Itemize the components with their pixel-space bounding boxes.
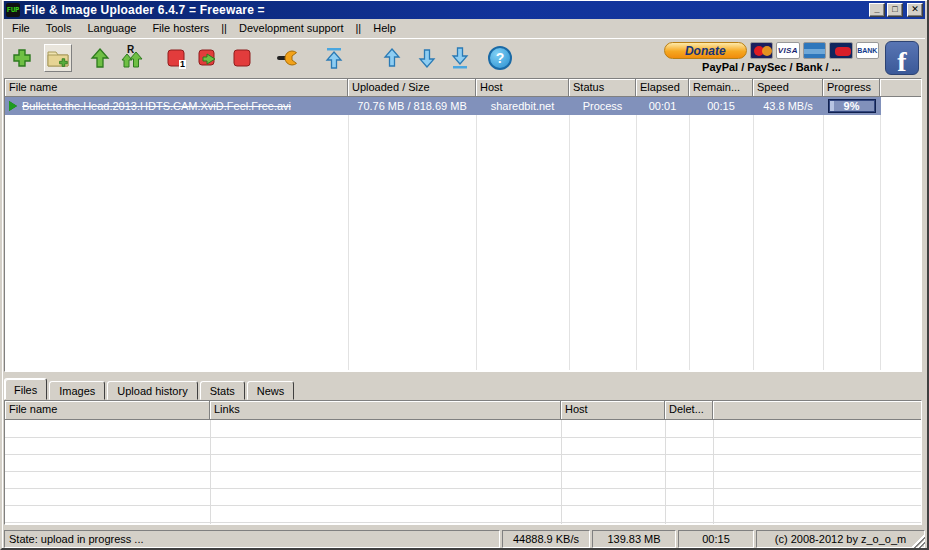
wrench-icon xyxy=(275,47,301,69)
gridline xyxy=(569,115,570,370)
column-header-links[interactable]: Links xyxy=(210,401,561,420)
add-folder-button[interactable] xyxy=(44,44,72,72)
column-header-host[interactable]: Host xyxy=(476,79,569,97)
close-button[interactable]: ✕ xyxy=(907,3,923,17)
stop-all-button[interactable] xyxy=(228,44,256,72)
tab-upload-history[interactable]: Upload history xyxy=(107,381,197,400)
stop-after-current-button[interactable]: 1 xyxy=(162,44,190,72)
stop-and-skip-button[interactable] xyxy=(195,44,223,72)
help-icon: ? xyxy=(488,46,512,70)
maximize-button[interactable]: □ xyxy=(887,3,903,17)
status-copyright: (c) 2008-2012 by z_o_o_m xyxy=(756,530,925,548)
elapsed-cell: 00:01 xyxy=(636,100,689,112)
play-icon xyxy=(9,101,17,111)
title-bar[interactable]: FUP File & Image Uploader 6.4.7 = Freewa… xyxy=(4,1,925,19)
stop-skip-icon xyxy=(197,46,221,70)
status-cell: Process xyxy=(569,100,636,112)
menu-help[interactable]: Help xyxy=(365,20,404,36)
column-header-uploaded-size[interactable]: Uploaded / Size xyxy=(348,79,476,97)
upload-list-header: File name Uploaded / Size Host Status El… xyxy=(5,79,921,97)
tab-news[interactable]: News xyxy=(247,381,295,400)
menu-separator: || xyxy=(352,20,366,36)
menu-tools[interactable]: Tools xyxy=(38,20,80,36)
status-bar: State: upload in progress ... 44888.9 KB… xyxy=(4,528,925,548)
move-up-button[interactable] xyxy=(378,44,406,72)
column-header-status[interactable]: Status xyxy=(569,79,636,97)
column-header-file-name[interactable]: File name xyxy=(5,401,210,420)
upload-row-selected[interactable]: Bullet.to.the.Head.2013.HDTS.CAM.XviD.Fe… xyxy=(5,97,881,115)
restart-upload-button[interactable]: R xyxy=(118,44,146,72)
column-header-filler xyxy=(880,79,921,97)
add-files-button[interactable] xyxy=(8,44,36,72)
arrow-top-icon xyxy=(323,46,345,70)
minimize-button[interactable]: _ xyxy=(869,3,885,17)
restart-badge: R xyxy=(127,44,134,55)
amex-icon xyxy=(803,42,826,59)
tab-files[interactable]: Files xyxy=(4,378,47,400)
column-header-file-name[interactable]: File name xyxy=(5,79,348,97)
column-header-remaining[interactable]: Remain... xyxy=(689,79,753,97)
status-state: State: upload in progress ... xyxy=(4,530,500,548)
arrow-bottom-icon xyxy=(449,46,471,70)
host-cell: sharedbit.net xyxy=(476,100,569,112)
column-header-delete[interactable]: Delet... xyxy=(665,401,713,420)
results-header: File name Links Host Delet... xyxy=(5,401,921,420)
gridline xyxy=(689,115,690,370)
window-title: File & Image Uploader 6.4.7 = Freeware = xyxy=(24,3,869,17)
settings-button[interactable] xyxy=(274,44,302,72)
app-icon: FUP xyxy=(6,3,20,17)
results-list: File name Links Host Delet... xyxy=(4,400,922,525)
uploaded-size-cell: 70.76 MB / 818.69 MB xyxy=(348,100,476,112)
gridline xyxy=(5,437,921,438)
menu-language[interactable]: Language xyxy=(79,20,144,36)
gridline xyxy=(5,471,921,472)
menu-development-support[interactable]: Development support xyxy=(231,20,352,36)
gridline xyxy=(5,454,921,455)
menu-file[interactable]: File xyxy=(4,20,38,36)
toolbar: R 1 xyxy=(4,38,925,76)
column-header-elapsed[interactable]: Elapsed xyxy=(636,79,689,97)
arrow-up-icon xyxy=(381,46,403,70)
paysec-icon xyxy=(829,42,852,59)
tab-stats[interactable]: Stats xyxy=(200,381,245,400)
column-header-host[interactable]: Host xyxy=(561,401,665,420)
progress-cell: 9% xyxy=(823,99,880,113)
result-tabs: Files Images Upload history Stats News xyxy=(4,378,296,400)
folder-add-icon xyxy=(46,46,70,70)
file-name-cell: Bullet.to.the.Head.2013.HDTS.CAM.XviD.Fe… xyxy=(5,100,348,112)
stop-all-icon xyxy=(231,47,253,69)
gridline xyxy=(753,115,754,370)
app-window: FUP File & Image Uploader 6.4.7 = Freewa… xyxy=(0,0,929,550)
gridline xyxy=(636,115,637,370)
progress-label: 9% xyxy=(829,100,875,112)
column-header-filler xyxy=(713,401,921,420)
gridline xyxy=(5,505,921,506)
payment-caption: PayPal / PaySec / Bank / ... xyxy=(664,61,879,73)
visa-icon: VISA xyxy=(776,42,799,59)
help-button[interactable]: ? xyxy=(486,44,514,72)
gridline xyxy=(880,115,881,370)
menu-file-hosters[interactable]: File hosters xyxy=(144,20,217,36)
resize-grip[interactable] xyxy=(912,535,925,548)
column-header-progress[interactable]: Progress xyxy=(823,79,880,97)
file-name-text: Bullet.to.the.Head.2013.HDTS.CAM.XviD.Fe… xyxy=(22,100,291,112)
speed-cell: 43.8 MB/s xyxy=(753,100,823,112)
move-top-button[interactable] xyxy=(320,44,348,72)
remaining-cell: 00:15 xyxy=(689,100,753,112)
donate-button[interactable]: Donate xyxy=(664,42,747,59)
tab-images[interactable]: Images xyxy=(49,381,105,400)
move-bottom-button[interactable] xyxy=(446,44,474,72)
status-time: 00:15 xyxy=(678,530,754,548)
menu-separator: || xyxy=(217,20,231,36)
column-header-speed[interactable]: Speed xyxy=(753,79,823,97)
stop-count-badge: 1 xyxy=(179,60,186,69)
gridline xyxy=(561,420,562,524)
facebook-button[interactable]: f xyxy=(885,41,919,75)
gridline xyxy=(5,488,921,489)
move-down-button[interactable] xyxy=(413,44,441,72)
start-upload-button[interactable] xyxy=(86,44,114,72)
gridline xyxy=(5,522,921,523)
mastercard-icon xyxy=(750,42,773,59)
arrow-down-icon xyxy=(416,46,438,70)
gridline xyxy=(210,420,211,524)
